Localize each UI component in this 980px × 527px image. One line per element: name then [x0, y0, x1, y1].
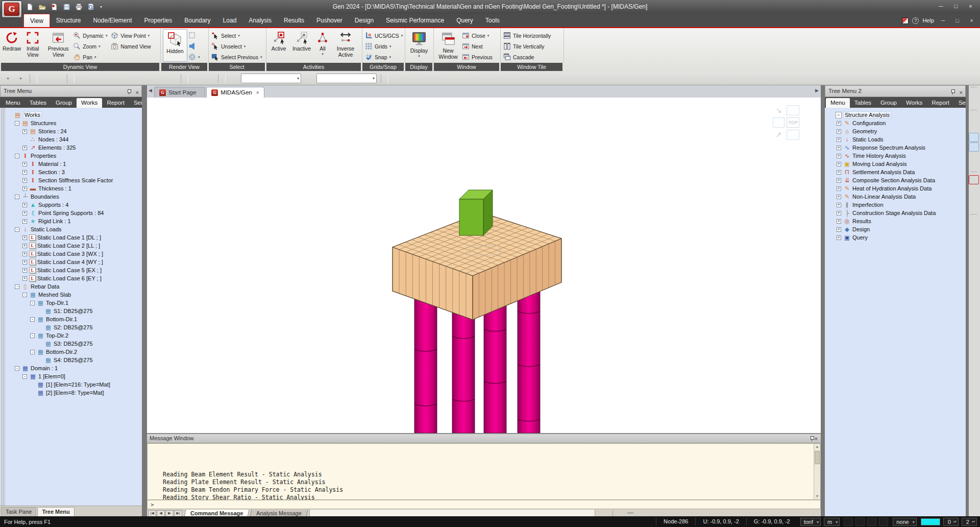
tree-item[interactable]: + ⇊ Composite Section Analysis Data: [827, 176, 966, 184]
close-icon[interactable]: ×: [960, 87, 963, 98]
toolbar-icon[interactable]: [53, 74, 63, 84]
toolbar-icon[interactable]: [970, 172, 977, 175]
hidden-button[interactable]: Hidden: [163, 29, 187, 62]
tree-expander[interactable]: -: [15, 227, 19, 232]
unselect-button[interactable]: Unselect▾: [210, 42, 263, 51]
render-sphere-button[interactable]: ▾: [187, 53, 201, 61]
toolbar-icon[interactable]: [969, 162, 979, 171]
active-button[interactable]: Active: [268, 29, 289, 62]
toolbar-icon[interactable]: [416, 74, 427, 84]
print-preview-icon[interactable]: [86, 2, 96, 12]
tree-expander[interactable]: +: [22, 203, 27, 207]
tree-item[interactable]: + I Material : 1: [5, 160, 142, 168]
panel-tab[interactable]: Works: [77, 98, 102, 108]
tree-item[interactable]: - ▤ Structures: [5, 119, 142, 127]
tree-item[interactable]: - ▦ Bottom-Dir.2: [5, 348, 142, 356]
app-menu-button[interactable]: G: [2, 1, 22, 18]
qat-customize-icon[interactable]: ▾: [100, 5, 102, 9]
tree-expander[interactable]: -: [30, 301, 35, 305]
model-3d-view[interactable]: [147, 98, 821, 433]
tree-item[interactable]: - I Properties: [5, 152, 142, 160]
tree-expander[interactable]: +: [22, 276, 27, 281]
tree-item[interactable]: + L Static Load Case 2 [LL ; ]: [5, 242, 142, 250]
tree-expander[interactable]: +: [22, 186, 27, 191]
panel-tab[interactable]: Works: [901, 98, 927, 108]
toolbar-icon[interactable]: [970, 110, 977, 113]
tree-expander[interactable]: +: [837, 154, 841, 158]
toolbar-icon[interactable]: [970, 87, 977, 90]
toolbar-icon[interactable]: [969, 142, 979, 152]
panel-tab[interactable]: Tables: [25, 98, 51, 108]
model-viewport[interactable]: ↘ TOP ↗: [147, 98, 821, 433]
select-button[interactable]: Select▾: [210, 31, 263, 40]
tree-expander[interactable]: +: [22, 162, 27, 166]
menu-tab[interactable]: Structure: [50, 14, 87, 27]
toolbar-icon[interactable]: [67, 74, 75, 83]
pan-button[interactable]: Pan▾: [72, 53, 110, 61]
document-tab[interactable]: G MIDAS/Gen ×: [206, 87, 264, 98]
previous-window-button[interactable]: Previous: [461, 53, 494, 61]
toolbar-icon[interactable]: [970, 214, 977, 217]
tab-scroll-left-icon[interactable]: ◀: [149, 88, 152, 93]
command-prompt[interactable]: >: [147, 500, 821, 509]
view-point-button[interactable]: View Point▾: [110, 31, 152, 40]
toolbar-icon[interactable]: [969, 152, 979, 161]
panel-tab[interactable]: Report: [927, 98, 954, 108]
tree-expander[interactable]: +: [837, 178, 841, 183]
new-window-button[interactable]: New Window: [435, 29, 461, 62]
rotate-down-icon[interactable]: ↘: [773, 105, 785, 115]
tree-item[interactable]: + L Static Load Case 5 [EX ; ]: [5, 266, 142, 274]
tree-item[interactable]: + ↓ Static Loads: [827, 135, 966, 143]
tree-item[interactable]: + ✎ Configuration: [827, 119, 966, 127]
toolbar-icon[interactable]: [969, 204, 979, 213]
menu-tab[interactable]: Boundary: [178, 14, 216, 27]
menu-tab[interactable]: View: [23, 14, 50, 27]
tree-item[interactable]: ≡ Structure Analysis: [827, 111, 966, 119]
view-face-button[interactable]: [787, 130, 799, 140]
new-project-icon[interactable]: [24, 2, 35, 12]
panel-bottom-tab[interactable]: Tree Menu: [37, 507, 74, 516]
message-scrollbar[interactable]: ▲ ▼: [814, 444, 820, 499]
tree-expander[interactable]: +: [837, 170, 841, 175]
tree-expander[interactable]: -: [22, 293, 27, 297]
tree-item[interactable]: + ∿ Response Spectrum Analysis: [827, 143, 966, 152]
panel-tab[interactable]: Menu: [1, 98, 25, 108]
toolbar-icon[interactable]: [969, 123, 979, 132]
tree-expander[interactable]: -: [30, 333, 35, 338]
tree-expander[interactable]: +: [22, 178, 27, 183]
tree-item[interactable]: + ▬ Thickness : 1: [5, 184, 142, 193]
tree-item[interactable]: + ▣ Query: [827, 233, 966, 242]
toolbar-icon[interactable]: [191, 74, 201, 84]
tree-item[interactable]: + ∗ Rigid Link : 1: [5, 217, 142, 225]
status-icon[interactable]: [867, 518, 876, 526]
tree-item[interactable]: + ξ Point Spring Supports : 84: [5, 209, 142, 217]
tree-item[interactable]: + ◎ Results: [827, 217, 966, 225]
tree-item[interactable]: + ✎ Heat of Hydration Analysis Data: [827, 184, 966, 193]
save-icon[interactable]: [61, 2, 71, 12]
first-tab-icon[interactable]: |◀: [148, 510, 156, 517]
toolbar-icon[interactable]: [15, 74, 26, 84]
render-cone-button[interactable]: [187, 42, 201, 51]
color-swatch[interactable]: [921, 518, 940, 525]
toolbar-icon[interactable]: [969, 113, 979, 123]
tree-item[interactable]: + ▣ Moving Load Analysis: [827, 160, 966, 168]
tree-expander[interactable]: +: [22, 268, 27, 273]
pin-icon[interactable]: [127, 89, 131, 94]
toolbar-icon[interactable]: [493, 74, 503, 84]
toolbar-icon[interactable]: [969, 256, 979, 266]
toolbar-icon[interactable]: [506, 74, 516, 84]
message-log[interactable]: Reading Beam Element Result - Static Ana…: [147, 443, 821, 500]
toolbar-icon[interactable]: [316, 74, 377, 83]
toolbar-icon[interactable]: [969, 266, 979, 275]
toolbar-icon[interactable]: [969, 175, 979, 184]
initial-view-button[interactable]: Initial View: [21, 29, 44, 62]
tree-item[interactable]: + Π Settlement Analysis Data: [827, 168, 966, 176]
style-icon[interactable]: [902, 17, 909, 24]
mdi-restore-button[interactable]: □: [952, 17, 963, 23]
render-region-button[interactable]: [187, 31, 201, 40]
tree-expander[interactable]: -: [22, 374, 27, 379]
dock-grip[interactable]: [0, 108, 5, 506]
menu-tab[interactable]: Properties: [138, 14, 179, 27]
cascade-button[interactable]: Cascade: [502, 53, 552, 61]
tree-expander[interactable]: -: [15, 284, 19, 289]
